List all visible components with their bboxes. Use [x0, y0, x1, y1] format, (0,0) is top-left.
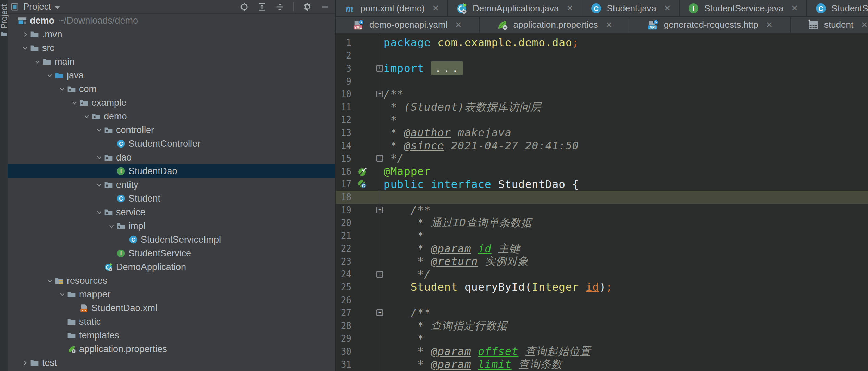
code-text[interactable]: /** [384, 306, 431, 319]
editor-line-31[interactable]: 31 * @param limit 查询条数 [336, 358, 868, 371]
chevron-collapsed-icon[interactable] [20, 358, 30, 367]
fold-marker-plus[interactable]: + [376, 65, 383, 72]
collapse-all-button[interactable] [275, 2, 284, 11]
editor-line-11[interactable]: 11 * (Student)表数据库访问层 [336, 101, 868, 114]
close-icon[interactable]: ✕ [766, 20, 773, 30]
editor-line-29[interactable]: 29 * [336, 332, 868, 345]
editor-line-13[interactable]: 13 * @author makejava [336, 126, 868, 139]
chevron-expanded-icon[interactable] [20, 43, 30, 52]
editor-line-9[interactable]: 9 [336, 75, 868, 88]
editor-line-21[interactable]: 21 * [336, 229, 868, 242]
code-text[interactable]: /** [384, 204, 431, 217]
fold-marker-end[interactable]: − [376, 271, 383, 278]
tree-item-controller[interactable]: controller [8, 123, 335, 137]
code-text[interactable]: * @since 2021-04-27 20:41:50 [384, 139, 579, 152]
chevron-expanded-icon[interactable] [45, 71, 55, 80]
chevron-expanded-icon[interactable] [94, 180, 104, 189]
code-text[interactable]: * @return 实例对象 [384, 255, 529, 268]
code-text[interactable]: package com.example.demo.dao; [384, 36, 579, 49]
editor-line-2[interactable]: 2 [336, 49, 868, 62]
editor-line-14[interactable]: 14 * @since 2021-04-27 20:41:50 [336, 139, 868, 152]
close-icon[interactable]: ✕ [861, 20, 868, 30]
tab-pom.xml--demo-[interactable]: mpom.xml (demo)✕ [336, 0, 448, 16]
tree-item-test[interactable]: test [8, 356, 335, 370]
tree-item-DemoApplication[interactable]: DemoApplication [8, 260, 335, 274]
mybatis-check-gutter[interactable] [356, 167, 371, 176]
chevron-expanded-icon[interactable] [57, 85, 67, 93]
mybatis-class-gutter[interactable]: C [356, 179, 371, 189]
code-text[interactable]: * @param limit 查询条数 [384, 358, 562, 371]
chevron-down-icon[interactable] [54, 6, 60, 9]
tab-StudentServiceImpl.java[interactable]: CStudentServiceImpl.java✕ [807, 0, 868, 16]
code-text[interactable]: Student queryById(Integer id); [384, 281, 613, 294]
close-icon[interactable]: ✕ [791, 3, 798, 13]
tab-generated-requests.http[interactable]: APIgenerated-requests.http✕ [630, 17, 791, 33]
fold-marker-minus[interactable]: − [376, 91, 383, 97]
tab-application.properties[interactable]: application.properties✕ [480, 17, 630, 33]
tree-item-entity[interactable]: entity [8, 178, 335, 192]
tree-item-resources[interactable]: resources [8, 274, 335, 287]
tree-item-application.properties[interactable]: application.properties [8, 342, 335, 356]
expand-all-button[interactable] [258, 2, 266, 11]
tree-item-StudentDao[interactable]: IStudentDao [8, 164, 335, 178]
editor-line-12[interactable]: 12 * [336, 114, 868, 127]
chevron-expanded-icon[interactable] [82, 112, 92, 121]
project-stripe-icon[interactable] [1, 31, 7, 37]
editor-line-17[interactable]: 17Cpublic interface StudentDao { [336, 178, 868, 191]
tree-item-demo[interactable]: demo [8, 110, 335, 123]
tree-item-example[interactable]: example [8, 96, 335, 110]
tab-DemoApplication.java[interactable]: DemoApplication.java✕ [448, 0, 582, 16]
code-text[interactable]: * [384, 229, 424, 242]
panel-splitter[interactable] [335, 0, 336, 371]
code-text[interactable]: * (Student)表数据库访问层 [384, 101, 541, 114]
fold-marker-minus[interactable]: − [376, 207, 383, 213]
code-text[interactable]: public interface StudentDao { [384, 178, 579, 191]
close-icon[interactable]: ✕ [566, 3, 573, 13]
tab-student[interactable]: student✕ [791, 17, 868, 33]
tab-demo-openapi.yaml[interactable]: YMLdemo-openapi.yaml✕ [336, 17, 480, 33]
editor-line-26[interactable]: 26 [336, 294, 868, 307]
chevron-expanded-icon[interactable] [94, 126, 104, 135]
editor-line-3[interactable]: 3+import ... [336, 62, 868, 75]
editor-line-22[interactable]: 22 * @param id 主键 [336, 242, 868, 255]
tree-item-mapper[interactable]: mapper [8, 287, 335, 301]
tree-item-StudentController[interactable]: CStudentController [8, 137, 335, 151]
code-text[interactable]: @Mapper [384, 165, 431, 178]
code-text[interactable]: */ [384, 268, 431, 281]
tree-item-StudentServiceImpl[interactable]: CStudentServiceImpl [8, 233, 335, 246]
code-text[interactable]: * @param offset 查询起始位置 [384, 345, 591, 358]
tab-Student.java[interactable]: CStudent.java✕ [582, 0, 680, 16]
tree-item-src[interactable]: src [8, 41, 335, 55]
editor-line-16[interactable]: 16@Mapper [336, 165, 868, 178]
chevron-expanded-icon[interactable] [32, 57, 42, 66]
editor-line-23[interactable]: 23 * @return 实例对象 [336, 255, 868, 268]
code-text[interactable]: */ [384, 152, 404, 165]
code-text[interactable]: * [384, 114, 397, 127]
chevron-expanded-icon[interactable] [94, 153, 104, 162]
code-text[interactable]: /** [384, 88, 404, 101]
code-text[interactable]: * @param id 主键 [384, 242, 520, 255]
close-icon[interactable]: ✕ [455, 20, 462, 30]
chevron-expanded-icon[interactable] [45, 276, 55, 285]
chevron-expanded-icon[interactable] [57, 290, 67, 299]
hide-button[interactable] [321, 2, 330, 11]
editor-line-24[interactable]: 24− */ [336, 268, 868, 281]
code-text[interactable]: * [384, 332, 424, 345]
chevron-collapsed-icon[interactable] [20, 30, 30, 39]
project-stripe-button[interactable]: Project [0, 0, 8, 29]
tree-item-service[interactable]: service [8, 205, 335, 219]
tab-StudentService.java[interactable]: IStudentService.java✕ [680, 0, 807, 16]
tree-item-java[interactable]: java [8, 68, 335, 82]
editor-line-1[interactable]: 1package com.example.demo.dao; [336, 36, 868, 49]
tree-item-main[interactable]: main [8, 55, 335, 68]
fold-marker-minus[interactable]: − [376, 309, 383, 316]
editor-line-19[interactable]: 19− /** [336, 204, 868, 217]
locate-button[interactable] [240, 2, 249, 11]
code-text[interactable]: * 查询指定行数据 [384, 319, 508, 332]
tree-item-demo[interactable]: demo~/Downloads/demo [8, 14, 335, 27]
close-icon[interactable]: ✕ [664, 3, 671, 13]
editor-line-27[interactable]: 27− /** [336, 306, 868, 319]
chevron-expanded-icon[interactable] [106, 221, 116, 230]
tree-item-StudentService[interactable]: IStudentService [8, 246, 335, 260]
editor-line-15[interactable]: 15− */ [336, 152, 868, 165]
